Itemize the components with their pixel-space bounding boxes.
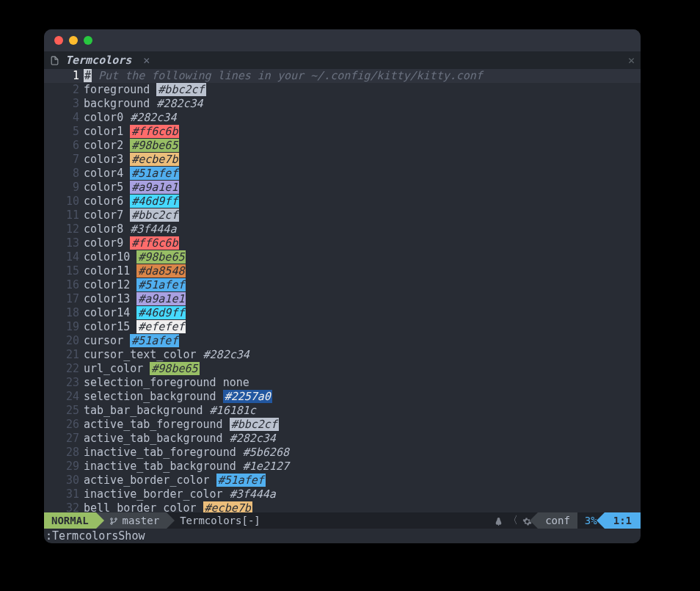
code-line[interactable]: 19color15 #efefef [44,320,641,334]
code-content: color9 #ff6c6b [84,236,179,250]
code-line[interactable]: 22url_color #98be65 [44,362,641,376]
code-line[interactable]: 7color3 #ecbe7b [44,153,641,167]
code-line[interactable]: 17color13 #a9a1e1 [44,292,641,306]
line-number: 10 [44,195,84,209]
code-line[interactable]: 1# Put the following lines in your ~/.co… [44,69,641,83]
code-content: color15 #efefef [84,320,186,334]
window-zoom-button[interactable] [84,36,92,45]
code-content: color5 #a9a1e1 [84,181,179,195]
code-content: selection_background #2257a0 [84,390,272,404]
code-content: color4 #51afef [84,167,179,181]
tabline-close-icon[interactable]: ✕ [628,54,635,67]
git-branch-name: master [123,515,160,526]
code-line[interactable]: 3background #282c34 [44,97,641,111]
line-number: 1 [44,69,84,83]
code-line[interactable]: 13color9 #ff6c6b [44,236,641,250]
command-line[interactable]: :TermcolorsShow [44,529,641,543]
line-number: 32 [44,501,84,512]
line-number: 23 [44,376,84,390]
code-line[interactable]: 18color14 #46d9ff [44,306,641,320]
terminal-window: Termcolors ✕ ✕ 1# Put the following line… [44,29,641,543]
code-content: color3 #ecbe7b [84,153,179,167]
branch-icon [109,515,118,526]
file-icon [50,54,59,67]
buffer-tab-title: Termcolors [65,54,131,67]
code-line[interactable]: 23selection_foreground none [44,376,641,390]
code-content: color6 #46d9ff [84,195,179,209]
code-line[interactable]: 5color1 #ff6c6b [44,125,641,139]
code-content: background #282c34 [84,97,203,111]
line-number: 21 [44,348,84,362]
tab-close-icon[interactable]: ✕ [143,54,150,67]
window-minimize-button[interactable] [69,36,78,45]
filename-segment: Termcolors[-] [167,512,268,529]
chevron-left-icon: 〈 [508,514,518,527]
line-number: 8 [44,167,84,181]
code-content: foreground #bbc2cf [84,83,206,97]
code-line[interactable]: 31inactive_border_color #3f444a [44,487,641,501]
linux-icon [494,515,503,526]
code-line[interactable]: 6color2 #98be65 [44,139,641,153]
code-line[interactable]: 15color11 #da8548 [44,264,641,278]
code-line[interactable]: 27active_tab_background #282c34 [44,432,641,446]
code-line[interactable]: 16color12 #51afef [44,278,641,292]
color-swatch: #efefef [136,320,186,333]
color-swatch: #51afef [130,167,179,180]
color-swatch: #98be65 [150,362,199,375]
editor-viewport[interactable]: 1# Put the following lines in your ~/.co… [44,69,641,512]
code-line[interactable]: 26active_tab_foreground #bbc2cf [44,418,641,432]
titlebar [44,29,641,51]
code-content: active_tab_foreground #bbc2cf [84,418,279,432]
color-swatch: #bbc2cf [130,209,179,222]
code-content: url_color #98be65 [84,362,200,376]
code-content: inactive_tab_background #1e2127 [84,460,289,474]
code-content: cursor #51afef [84,334,179,348]
code-line[interactable]: 20cursor #51afef [44,334,641,348]
code-line[interactable]: 8color4 #51afef [44,167,641,181]
code-line[interactable]: 14color10 #98be65 [44,250,641,264]
window-close-button[interactable] [54,36,63,45]
line-number: 31 [44,487,84,501]
line-number: 9 [44,181,84,195]
color-swatch: #51afef [216,474,266,487]
code-content: inactive_tab_foreground #5b6268 [84,446,289,460]
code-content: # Put the following lines in your ~/.con… [84,69,483,83]
statusline-filename: Termcolors [180,515,241,526]
color-swatch: #51afef [130,334,179,347]
color-swatch: #ff6c6b [130,125,179,138]
code-line[interactable]: 30active_border_color #51afef [44,474,641,487]
code-line[interactable]: 11color7 #bbc2cf [44,209,641,222]
svg-point-1 [110,523,112,525]
code-line[interactable]: 4color0 #282c34 [44,111,641,125]
code-line[interactable]: 21cursor_text_color #282c34 [44,348,641,362]
line-number: 12 [44,222,84,236]
line-number: 11 [44,209,84,222]
code-line[interactable]: 2foreground #bbc2cf [44,83,641,97]
code-line[interactable]: 9color5 #a9a1e1 [44,181,641,195]
code-line[interactable]: 12color8 #3f444a [44,222,641,236]
code-line[interactable]: 25tab_bar_background #16181c [44,404,641,418]
code-content: color12 #51afef [84,278,186,292]
color-swatch: #46d9ff [130,195,179,208]
buffer-tab[interactable]: Termcolors ✕ [44,51,156,69]
color-swatch: #bbc2cf [156,83,205,96]
color-swatch: #a9a1e1 [136,292,186,305]
git-branch-segment: master [96,512,167,529]
color-swatch: #bbc2cf [230,418,279,431]
code-content: color13 #a9a1e1 [84,292,186,306]
line-number: 4 [44,111,84,125]
code-content: cursor_text_color #282c34 [84,348,249,362]
color-swatch: #46d9ff [136,306,186,319]
buffer-tabbar: Termcolors ✕ ✕ [44,51,641,69]
code-content: color8 #3f444a [84,222,176,236]
svg-point-0 [110,518,112,521]
line-number: 26 [44,418,84,432]
code-line[interactable]: 24selection_background #2257a0 [44,390,641,404]
code-line[interactable]: 28inactive_tab_foreground #5b6268 [44,446,641,460]
code-line[interactable]: 29inactive_tab_background #1e2127 [44,460,641,474]
line-number: 7 [44,153,84,167]
code-line[interactable]: 10color6 #46d9ff [44,195,641,209]
code-content: color11 #da8548 [84,264,186,278]
code-line[interactable]: 32bell_border_color #ecbe7b [44,501,641,512]
line-number: 27 [44,432,84,446]
